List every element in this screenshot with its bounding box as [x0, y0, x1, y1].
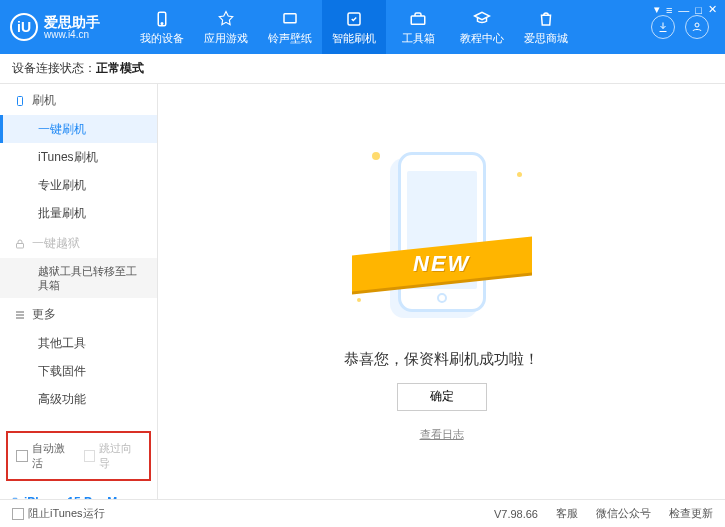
nav-my-device[interactable]: 我的设备 [130, 0, 194, 54]
svg-rect-6 [18, 96, 23, 105]
header-actions [651, 15, 715, 39]
view-log-link[interactable]: 查看日志 [420, 427, 464, 442]
sidebar-item-pro-flash[interactable]: 专业刷机 [0, 171, 157, 199]
device-name[interactable]: iPhone 15 Pro Max [10, 495, 147, 499]
sidebar-jailbreak-note: 越狱工具已转移至工具箱 [0, 258, 157, 298]
checkbox-auto-activate[interactable]: 自动激活 [16, 441, 74, 471]
sidebar-group-more[interactable]: 更多 [0, 298, 157, 329]
footer-link-wechat[interactable]: 微信公众号 [596, 506, 651, 521]
footer-link-update[interactable]: 检查更新 [669, 506, 713, 521]
nav-ringtones[interactable]: 铃声壁纸 [258, 0, 322, 54]
nav-toolbox[interactable]: 工具箱 [386, 0, 450, 54]
nav-store[interactable]: 爱思商城 [514, 0, 578, 54]
gift-icon[interactable]: ▾ [654, 3, 660, 16]
svg-rect-7 [17, 243, 24, 248]
sidebar-item-other-tools[interactable]: 其他工具 [0, 329, 157, 357]
footer: 阻止iTunes运行 V7.98.66 客服 微信公众号 检查更新 [0, 499, 725, 527]
main-content: NEW 恭喜您，保资料刷机成功啦！ 确定 查看日志 [158, 84, 725, 499]
list-icon [14, 309, 26, 321]
success-illustration: NEW [342, 142, 542, 322]
sidebar-group-flash[interactable]: 刷机 [0, 84, 157, 115]
svg-rect-2 [284, 13, 296, 22]
status-bar: 设备连接状态： 正常模式 [0, 54, 725, 84]
flash-icon [344, 9, 364, 29]
device-icon [10, 495, 20, 499]
svg-point-5 [695, 23, 699, 27]
logo-area: iU 爱思助手 www.i4.cn [10, 13, 130, 41]
sidebar-group-jailbreak: 一键越狱 [0, 227, 157, 258]
sidebar-item-download-firmware[interactable]: 下载固件 [0, 357, 157, 385]
nav-smart-flash[interactable]: 智能刷机 [322, 0, 386, 54]
nav-tutorials[interactable]: 教程中心 [450, 0, 514, 54]
checkbox-highlight-area: 自动激活 跳过向导 [6, 431, 151, 481]
apps-icon [216, 9, 236, 29]
sidebar: 刷机 一键刷机 iTunes刷机 专业刷机 批量刷机 一键越狱 越狱工具已转移至… [0, 84, 158, 499]
checkbox-icon [84, 450, 96, 462]
maximize-icon[interactable]: □ [695, 4, 702, 16]
status-label: 设备连接状态： [12, 60, 96, 77]
main-nav: 我的设备 应用游戏 铃声壁纸 智能刷机 工具箱 教程中心 爱思商城 [130, 0, 651, 54]
store-icon [536, 9, 556, 29]
app-url: www.i4.cn [44, 29, 100, 40]
logo-icon: iU [10, 13, 38, 41]
download-button[interactable] [651, 15, 675, 39]
sidebar-item-batch-flash[interactable]: 批量刷机 [0, 199, 157, 227]
toolbox-icon [408, 9, 428, 29]
version-label: V7.98.66 [494, 508, 538, 520]
sidebar-item-advanced[interactable]: 高级功能 [0, 385, 157, 413]
sidebar-item-itunes-flash[interactable]: iTunes刷机 [0, 143, 157, 171]
lock-icon [14, 238, 26, 250]
ringtone-icon [280, 9, 300, 29]
window-controls: ▾ ≡ — □ ✕ [654, 3, 717, 16]
sidebar-item-oneclick-flash[interactable]: 一键刷机 [0, 115, 157, 143]
app-name: 爱思助手 [44, 15, 100, 29]
tutorial-icon [472, 9, 492, 29]
footer-link-support[interactable]: 客服 [556, 506, 578, 521]
user-button[interactable] [685, 15, 709, 39]
phone-icon [398, 152, 486, 312]
minimize-icon[interactable]: — [678, 4, 689, 16]
svg-rect-8 [13, 498, 17, 499]
close-icon[interactable]: ✕ [708, 3, 717, 16]
phone-icon [14, 95, 26, 107]
checkbox-skip-guide[interactable]: 跳过向导 [84, 441, 142, 471]
success-message: 恭喜您，保资料刷机成功啦！ [344, 350, 539, 369]
device-icon [152, 9, 172, 29]
status-value: 正常模式 [96, 60, 144, 77]
svg-rect-4 [411, 16, 425, 24]
menu-icon[interactable]: ≡ [666, 4, 672, 16]
checkbox-block-itunes[interactable]: 阻止iTunes运行 [12, 506, 105, 521]
checkbox-icon [16, 450, 28, 462]
ok-button[interactable]: 确定 [397, 383, 487, 411]
header: iU 爱思助手 www.i4.cn 我的设备 应用游戏 铃声壁纸 智能刷机 工具… [0, 0, 725, 54]
nav-apps-games[interactable]: 应用游戏 [194, 0, 258, 54]
device-info: iPhone 15 Pro Max 512GB iPhone [0, 489, 157, 499]
checkbox-icon [12, 508, 24, 520]
svg-point-1 [161, 22, 163, 24]
